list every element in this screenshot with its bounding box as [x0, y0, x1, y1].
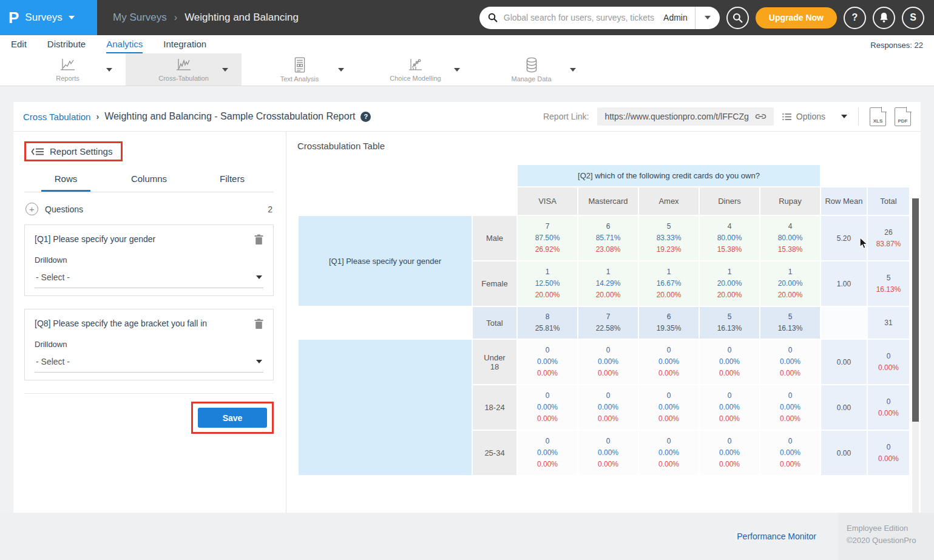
chevron-right-icon: › [174, 12, 177, 23]
responses-count: Responses: 22 [870, 41, 923, 53]
upgrade-now-button[interactable]: Upgrade Now [756, 7, 837, 29]
chevron-right-icon: › [96, 112, 99, 121]
crosstab-title: Crosstabulation Table [297, 141, 921, 151]
global-search: Admin [479, 7, 720, 29]
search-input[interactable] [498, 13, 663, 22]
crosstab-cell: 00.00%0.00% [700, 431, 759, 475]
options-label: Options [796, 112, 825, 121]
crosstab-cell: 112.50%20.00% [518, 261, 577, 306]
spacer-cell [299, 307, 472, 339]
spacer-cell [821, 165, 909, 186]
row-header: 18-24 [473, 385, 516, 430]
tab-analytics[interactable]: Analytics [106, 39, 143, 53]
crosstab-cell: 480.00%15.38% [760, 216, 820, 260]
toolbar-item-choice-modelling[interactable]: Choice Modelling [357, 53, 473, 86]
copyright-line: ©2020 QuestionPro [847, 535, 924, 547]
row-group-label: [Q1] Please specify your gender [299, 216, 472, 306]
tab-edit[interactable]: Edit [11, 39, 27, 53]
help-button[interactable]: ? [844, 7, 866, 29]
crosstab-cell: 00.00%0.00% [760, 385, 820, 430]
row-mean-cell: 0.00 [821, 340, 867, 384]
analytics-toolbar: Reports Cross-Tabulation Text Analysis C… [0, 53, 934, 86]
performance-monitor-link[interactable]: Performance Monitor [737, 531, 816, 541]
crosstab-cell: 00.00%0.00% [518, 431, 577, 475]
options-list-icon [782, 113, 791, 121]
report-settings-panel: Report Settings Rows Columns Filters + Q… [13, 132, 286, 513]
column-header: Rupay [760, 187, 820, 215]
question-card-q8: [Q8] Please specify the age bracket you … [24, 309, 274, 380]
crosstab-cell: 722.58% [578, 307, 638, 339]
chevron-down-icon[interactable] [106, 68, 112, 72]
search-scope-dropdown[interactable] [695, 7, 720, 29]
crosstab-cell: 00.00%0.00% [518, 385, 577, 430]
vertical-scrollbar[interactable] [912, 198, 919, 521]
search-icon [488, 13, 498, 22]
crosstab-cell: 00.00%0.00% [639, 431, 699, 475]
crosstab-row: Total825.81%722.58%619.35%516.13%516.13%… [299, 307, 909, 339]
toolbar-item-manage-data[interactable]: Manage Data [473, 53, 589, 86]
export-pdf-button[interactable]: PDF [895, 107, 911, 126]
crosstab-cell: 00.00%0.00% [700, 385, 759, 430]
drilldown-select[interactable]: - Select - [35, 271, 263, 288]
tab-columns[interactable]: Columns [107, 174, 191, 192]
tab-rows[interactable]: Rows [24, 174, 107, 192]
product-name: Surveys [25, 12, 62, 24]
crosstab-viewport[interactable]: [Q2] which of the following credit cards… [297, 164, 921, 481]
report-settings-toggle[interactable]: Report Settings [26, 143, 121, 160]
crosstab-cell: 00.00%0.00% [639, 385, 699, 430]
report-url[interactable]: https://www.questionpro.com/t/lFFCZg [604, 112, 748, 121]
tab-distribute[interactable]: Distribute [47, 39, 86, 53]
tab-integration[interactable]: Integration [163, 39, 206, 53]
delete-question-button[interactable] [254, 234, 263, 245]
row-header: 25-34 [473, 431, 516, 475]
save-button[interactable]: Save [198, 408, 267, 428]
column-header: VISA [518, 187, 577, 215]
pdf-icon: PDF [895, 118, 910, 124]
crosstab-cell: 00.00%0.00% [578, 431, 638, 475]
breadcrumb: My Surveys › Weighting and Balancing [97, 0, 299, 35]
help-icon[interactable]: ? [360, 112, 371, 122]
toolbar-item-reports[interactable]: Reports [10, 53, 126, 86]
questionpro-app: P Surveys My Surveys › Weighting and Bal… [0, 0, 934, 560]
divider [24, 393, 274, 394]
report-header: Cross Tabulation › Weighting and Balanci… [13, 102, 921, 132]
row-total-cell: 00.00% [868, 385, 909, 430]
row-total-cell: 2683.87% [868, 216, 909, 260]
bell-icon [879, 12, 889, 23]
crosstab-cell: 116.67%20.00% [639, 261, 699, 306]
options-button[interactable]: Options [782, 112, 847, 121]
cross-tabulation-link[interactable]: Cross Tabulation [23, 112, 90, 122]
add-question-button[interactable]: + [25, 203, 38, 215]
chevron-down-icon[interactable] [454, 68, 460, 72]
footer: Performance Monitor Employee Edition ©20… [0, 513, 934, 560]
questions-label: Questions [45, 204, 83, 214]
breadcrumb-my-surveys[interactable]: My Surveys [113, 12, 167, 24]
crosstab-cell: 00.00%0.00% [760, 431, 820, 475]
column-header: Mastercard [578, 187, 638, 215]
tab-filters[interactable]: Filters [191, 174, 274, 192]
drilldown-select[interactable]: - Select - [35, 356, 263, 373]
settings-tabs: Rows Columns Filters [24, 174, 274, 192]
account-avatar[interactable]: S [902, 7, 924, 29]
question-card-q1: [Q1] Please specify your gender Drilldow… [24, 224, 274, 296]
toolbar-item-text-analysis[interactable]: Text Analysis [242, 53, 357, 86]
link-icon[interactable] [755, 113, 766, 120]
delete-question-button[interactable] [254, 319, 263, 329]
search-button[interactable] [726, 7, 749, 29]
export-xls-button[interactable]: XLS [870, 107, 886, 126]
toolbar-item-cross-tabulation[interactable]: Cross-Tabulation [126, 53, 242, 86]
chevron-down-icon[interactable] [570, 68, 576, 72]
report-url-box[interactable]: https://www.questionpro.com/t/lFFCZg [597, 107, 773, 126]
column-header: Diners [700, 187, 759, 215]
chevron-down-icon[interactable] [222, 68, 228, 72]
surveys-product-switcher[interactable]: P Surveys [0, 0, 97, 35]
crosstab-header-row: VISAMastercardAmexDinersRupayRow MeanTot… [299, 187, 909, 215]
edition-line: Employee Edition [847, 522, 924, 535]
row-mean-header: Row Mean [821, 187, 867, 215]
chevron-down-icon[interactable] [338, 68, 344, 72]
crosstab-cell: 619.35% [639, 307, 699, 339]
scrollbar-thumb[interactable] [912, 198, 919, 422]
notifications-button[interactable] [873, 7, 895, 29]
crosstab-cell: 825.81% [518, 307, 577, 339]
row-header: Female [473, 261, 516, 306]
